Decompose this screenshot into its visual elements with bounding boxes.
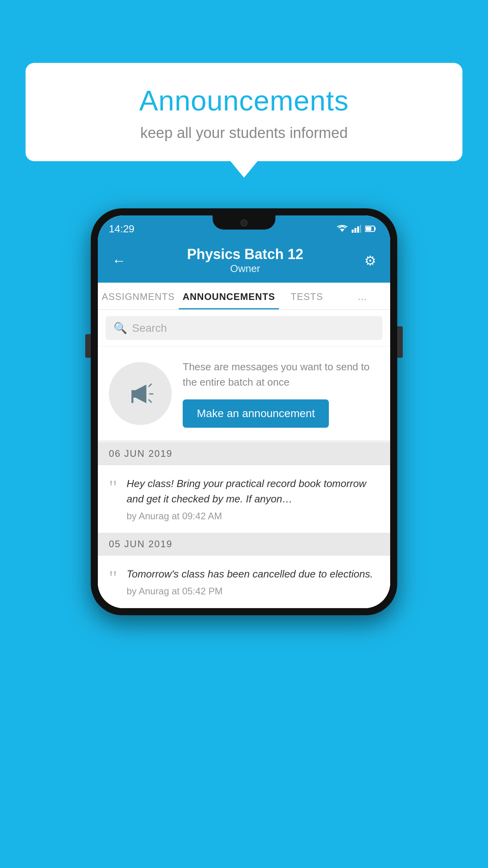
svg-rect-7 [366, 227, 371, 231]
app-bar-center: Physics Batch 12 Owner [129, 246, 361, 275]
signal-icon [352, 225, 361, 233]
svg-rect-8 [132, 390, 136, 397]
phone-inner: 14:29 [98, 215, 390, 608]
quote-icon-1: " [109, 478, 117, 498]
svg-marker-0 [340, 229, 345, 232]
svg-line-10 [149, 384, 151, 386]
app-bar-title: Physics Batch 12 [129, 246, 361, 263]
content-area: 🔍 Search [98, 310, 390, 608]
announcement-text-1: Hey class! Bring your practical record b… [127, 476, 379, 507]
speech-bubble: Announcements keep all your students inf… [26, 63, 462, 161]
status-time: 14:29 [109, 223, 134, 235]
phone-notch [213, 215, 275, 230]
svg-rect-3 [357, 226, 359, 233]
announcement-meta-1: by Anurag at 09:42 AM [127, 511, 379, 522]
megaphone-icon [125, 378, 156, 409]
back-button[interactable]: ← [109, 249, 129, 272]
svg-rect-4 [360, 225, 361, 233]
tab-announcements[interactable]: ANNOUNCEMENTS [179, 283, 279, 309]
announce-desc: These are messages you want to send to t… [183, 359, 379, 390]
announce-right: These are messages you want to send to t… [183, 359, 379, 428]
announcement-prompt: These are messages you want to send to t… [98, 347, 390, 443]
phone-outer: 14:29 [91, 208, 397, 615]
notch-camera [240, 219, 248, 226]
quote-icon-2: " [109, 568, 117, 588]
tab-tests[interactable]: TESTS [279, 283, 334, 309]
announcement-item-2[interactable]: " Tomorrow's class has been cancelled du… [98, 555, 390, 608]
make-announcement-button[interactable]: Make an announcement [183, 399, 329, 428]
battery-icon [365, 225, 376, 232]
speech-bubble-section: Announcements keep all your students inf… [26, 63, 462, 161]
app-bar: ← Physics Batch 12 Owner ⚙ [98, 239, 390, 283]
date-divider-1: 06 JUN 2019 [98, 443, 390, 465]
wifi-icon [337, 225, 348, 233]
status-icons [337, 225, 376, 233]
search-placeholder: Search [132, 322, 167, 335]
bubble-subtitle: keep all your students informed [49, 125, 439, 142]
search-container: 🔍 Search [98, 310, 390, 347]
svg-rect-2 [354, 228, 356, 233]
announcement-icon-circle [109, 362, 172, 425]
phone-mockup: 14:29 [91, 208, 397, 615]
search-bar[interactable]: 🔍 Search [106, 316, 382, 340]
announcement-content-2: Tomorrow's class has been cancelled due … [127, 566, 373, 597]
settings-button[interactable]: ⚙ [361, 250, 379, 272]
announcement-content-1: Hey class! Bring your practical record b… [127, 476, 379, 522]
announcement-text-2: Tomorrow's class has been cancelled due … [127, 566, 373, 582]
search-icon: 🔍 [114, 322, 127, 335]
announcement-meta-2: by Anurag at 05:42 PM [127, 586, 373, 597]
app-bar-subtitle: Owner [129, 263, 361, 275]
tab-assignments[interactable]: ASSIGNMENTS [98, 283, 179, 309]
svg-rect-6 [374, 227, 376, 230]
bubble-title: Announcements [49, 85, 439, 117]
tab-more[interactable]: … [335, 283, 390, 309]
announcement-item-1[interactable]: " Hey class! Bring your practical record… [98, 465, 390, 533]
svg-rect-1 [352, 230, 354, 233]
tabs-bar: ASSIGNMENTS ANNOUNCEMENTS TESTS … [98, 283, 390, 310]
svg-line-12 [149, 400, 151, 402]
date-divider-2: 05 JUN 2019 [98, 533, 390, 555]
